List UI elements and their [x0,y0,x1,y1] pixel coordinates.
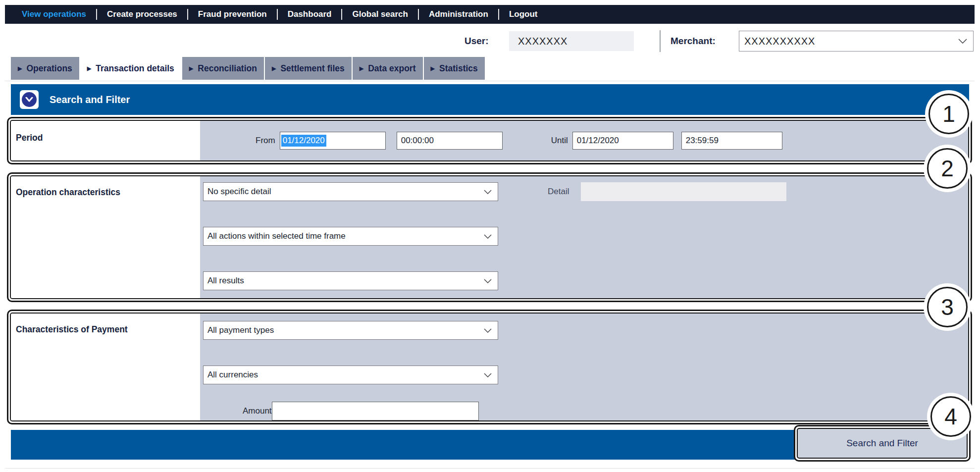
nav-item-global-search[interactable]: Global search [342,9,417,19]
callout-box-period: Period From 01/12/2020 Until [7,117,972,164]
callout-box-payment-characteristics: Characteristics of Payment All payment t… [7,310,972,424]
tab-settlement-files[interactable]: Settlement files [265,57,352,80]
callout-marker-2: 2 [927,148,968,189]
chevron-down-icon [484,370,492,379]
tab-reconciliation[interactable]: Reconciliation [182,57,264,80]
nav-item-dashboard[interactable]: Dashboard [278,9,342,19]
callout-marker-4: 4 [930,396,971,437]
content-top-divider [5,81,975,81]
results-select-value: All results [204,276,484,286]
collapse-toggle-button[interactable] [20,90,39,109]
detail-label: Detail [548,187,569,197]
payment-characteristics-label: Characteristics of Payment [11,314,200,420]
chevron-down-icon [484,232,492,241]
user-merchant-divider [660,30,661,52]
nav-item-view-operations[interactable]: View operations [12,9,96,19]
amount-label: Amount [243,406,272,416]
nav-item-fraud-prevention[interactable]: Fraud prevention [188,9,277,19]
until-date-input[interactable] [572,132,673,150]
tab-data-export[interactable]: Data export [353,57,423,80]
detail-type-select-value: No specific detail [204,187,484,197]
detail-type-select[interactable]: No specific detail [203,182,498,201]
page-bottom-divider [5,468,975,469]
until-label: Until [551,136,568,146]
currencies-select[interactable]: All currencies [203,366,498,384]
chevron-down-icon [484,326,492,335]
top-navbar: View operations Create processes Fraud p… [5,5,975,24]
nav-item-logout[interactable]: Logout [499,9,548,19]
chevron-down-icon [484,276,492,285]
chevron-down-icon [22,92,37,107]
callout-marker-3: 3 [927,287,968,327]
search-filter-header: Search and Filter [11,84,969,115]
results-select[interactable]: All results [203,271,498,290]
currencies-select-value: All currencies [204,370,484,380]
user-value: XXXXXXX [509,31,634,51]
operation-characteristics-label: Operation characteristics [11,176,200,298]
tab-operations[interactable]: Operations [11,57,79,80]
chevron-down-icon [484,187,492,196]
merchant-select-value: XXXXXXXXXX [739,36,958,47]
from-date-value: 01/12/2020 [281,135,326,147]
user-label: User: [464,31,489,52]
from-time-input[interactable] [397,132,503,150]
nav-item-administration[interactable]: Administration [419,9,498,19]
actions-select[interactable]: All actions within selected time frame [203,227,498,246]
period-label: Period [11,121,200,160]
tab-statistics[interactable]: Statistics [424,57,485,80]
chevron-down-icon [958,37,967,46]
merchant-select[interactable]: XXXXXXXXXX [739,31,974,52]
until-time-input[interactable] [681,132,782,150]
tab-strip: Operations Transaction details Reconcili… [11,57,486,80]
payment-types-select-value: All payment types [204,325,484,335]
tab-transaction-details[interactable]: Transaction details [80,57,181,80]
app-window: View operations Create processes Fraud p… [0,0,980,472]
section-title: Search and Filter [50,94,130,105]
callout-marker-1: 1 [928,94,969,134]
actions-select-value: All actions within selected time frame [204,231,484,241]
merchant-label: Merchant: [671,31,716,52]
search-and-filter-button-label: Search and Filter [846,438,918,449]
amount-input[interactable] [272,402,479,420]
payment-types-select[interactable]: All payment types [203,321,498,340]
from-date-input[interactable]: 01/12/2020 [280,132,386,150]
callout-box-operation-characteristics: Operation characteristics No specific de… [7,172,972,302]
nav-item-create-processes[interactable]: Create processes [97,9,187,19]
detail-input-disabled [581,182,786,201]
from-label: From [256,136,275,146]
